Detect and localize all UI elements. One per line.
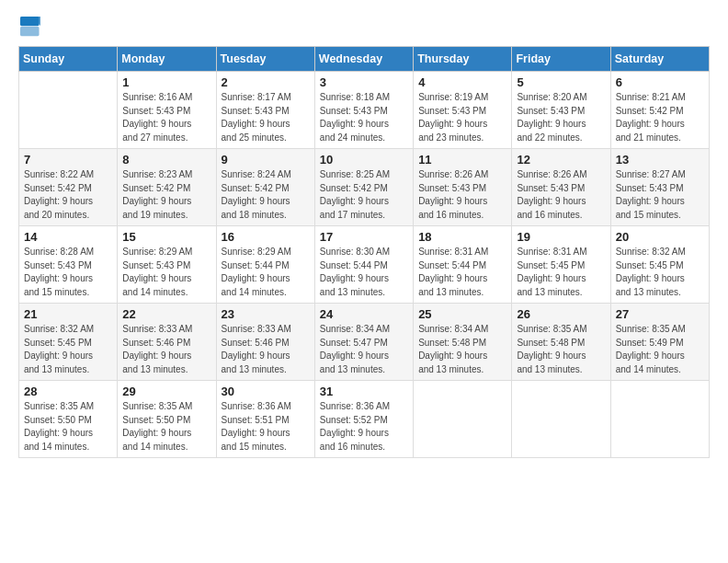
sunrise-text: Sunrise: 8:27 AM: [616, 168, 704, 182]
sunset-text: Sunset: 5:52 PM: [320, 414, 408, 428]
sunrise-text: Sunrise: 8:31 AM: [517, 246, 605, 259]
sunset-text: Sunset: 5:48 PM: [517, 337, 605, 350]
daylight-text: Daylight: 9 hoursand 15 minutes.: [222, 427, 310, 454]
day-cell-w5-d7: [610, 381, 709, 458]
sunset-text: Sunset: 5:44 PM: [320, 259, 408, 273]
day-info: Sunrise: 8:32 AMSunset: 5:45 PMDaylight:…: [616, 246, 704, 299]
sunrise-text: Sunrise: 8:26 AM: [418, 168, 506, 182]
day-info: Sunrise: 8:35 AMSunset: 5:49 PMDaylight:…: [616, 323, 704, 376]
sunrise-text: Sunrise: 8:23 AM: [122, 168, 210, 182]
sunrise-text: Sunrise: 8:21 AM: [616, 91, 704, 105]
sunset-text: Sunset: 5:45 PM: [616, 259, 704, 273]
logo-icon: [20, 17, 40, 37]
daylight-text: Daylight: 9 hoursand 13 minutes.: [418, 272, 506, 299]
day-number: 9: [222, 153, 310, 167]
daylight-text: Daylight: 9 hoursand 15 minutes.: [616, 195, 704, 222]
day-info: Sunrise: 8:36 AMSunset: 5:52 PMDaylight:…: [320, 400, 408, 454]
day-cell-w3-d2: 15Sunrise: 8:29 AMSunset: 5:43 PMDayligh…: [118, 226, 216, 304]
day-info: Sunrise: 8:31 AMSunset: 5:44 PMDaylight:…: [418, 246, 506, 299]
day-info: Sunrise: 8:26 AMSunset: 5:43 PMDaylight:…: [517, 168, 605, 222]
daylight-text: Daylight: 9 hoursand 18 minutes.: [222, 195, 310, 222]
week-row-4: 21Sunrise: 8:32 AMSunset: 5:45 PMDayligh…: [19, 304, 710, 381]
daylight-text: Daylight: 9 hoursand 19 minutes.: [122, 195, 210, 222]
day-number: 25: [418, 307, 506, 321]
day-info: Sunrise: 8:29 AMSunset: 5:44 PMDaylight:…: [222, 246, 310, 299]
header-thursday: Thursday: [414, 47, 512, 72]
day-info: Sunrise: 8:19 AMSunset: 5:43 PMDaylight:…: [418, 91, 506, 144]
sunrise-text: Sunrise: 8:25 AM: [320, 168, 408, 182]
day-cell-w3-d4: 17Sunrise: 8:30 AMSunset: 5:44 PMDayligh…: [314, 226, 413, 304]
sunrise-text: Sunrise: 8:33 AM: [222, 323, 310, 337]
sunrise-text: Sunrise: 8:33 AM: [122, 323, 210, 337]
week-row-2: 7Sunrise: 8:22 AMSunset: 5:42 PMDaylight…: [19, 149, 710, 226]
sunrise-text: Sunrise: 8:29 AM: [122, 246, 210, 259]
day-info: Sunrise: 8:17 AMSunset: 5:43 PMDaylight:…: [222, 91, 310, 144]
daylight-text: Daylight: 9 hoursand 15 minutes.: [24, 272, 112, 299]
sunrise-text: Sunrise: 8:30 AM: [320, 246, 408, 259]
day-cell-w5-d5: [414, 381, 512, 458]
day-number: 27: [616, 307, 704, 321]
day-number: 4: [418, 75, 506, 89]
sunset-text: Sunset: 5:43 PM: [418, 182, 506, 196]
day-info: Sunrise: 8:27 AMSunset: 5:43 PMDaylight:…: [616, 168, 704, 222]
day-number: 13: [616, 153, 704, 167]
day-cell-w1-d5: 4Sunrise: 8:19 AMSunset: 5:43 PMDaylight…: [414, 72, 512, 149]
day-cell-w4-d5: 25Sunrise: 8:34 AMSunset: 5:48 PMDayligh…: [414, 304, 512, 381]
sunrise-text: Sunrise: 8:36 AM: [320, 400, 408, 414]
daylight-text: Daylight: 9 hoursand 13 minutes.: [517, 350, 605, 376]
day-cell-w2-d2: 8Sunrise: 8:23 AMSunset: 5:42 PMDaylight…: [118, 149, 216, 226]
day-cell-w2-d5: 11Sunrise: 8:26 AMSunset: 5:43 PMDayligh…: [414, 149, 512, 226]
sunrise-text: Sunrise: 8:35 AM: [122, 400, 210, 414]
day-info: Sunrise: 8:23 AMSunset: 5:42 PMDaylight:…: [122, 168, 210, 222]
day-number: 22: [122, 307, 210, 321]
sunset-text: Sunset: 5:46 PM: [222, 337, 310, 350]
sunset-text: Sunset: 5:47 PM: [320, 337, 408, 350]
day-info: Sunrise: 8:32 AMSunset: 5:45 PMDaylight:…: [24, 323, 112, 376]
calendar-table: Sunday Monday Tuesday Wednesday Thursday…: [18, 46, 710, 458]
sunrise-text: Sunrise: 8:16 AM: [122, 91, 210, 105]
day-info: Sunrise: 8:16 AMSunset: 5:43 PMDaylight:…: [122, 91, 210, 144]
day-info: Sunrise: 8:33 AMSunset: 5:46 PMDaylight:…: [222, 323, 310, 376]
day-cell-w4-d1: 21Sunrise: 8:32 AMSunset: 5:45 PMDayligh…: [19, 304, 118, 381]
days-header-row: Sunday Monday Tuesday Wednesday Thursday…: [19, 47, 710, 72]
day-info: Sunrise: 8:30 AMSunset: 5:44 PMDaylight:…: [320, 246, 408, 299]
sunset-text: Sunset: 5:48 PM: [418, 337, 506, 350]
day-cell-w4-d2: 22Sunrise: 8:33 AMSunset: 5:46 PMDayligh…: [118, 304, 216, 381]
sunset-text: Sunset: 5:51 PM: [222, 414, 310, 428]
daylight-text: Daylight: 9 hoursand 13 minutes.: [320, 350, 408, 376]
daylight-text: Daylight: 9 hoursand 13 minutes.: [24, 350, 112, 376]
day-cell-w1-d3: 2Sunrise: 8:17 AMSunset: 5:43 PMDaylight…: [216, 72, 314, 149]
day-info: Sunrise: 8:33 AMSunset: 5:46 PMDaylight:…: [122, 323, 210, 376]
day-number: 24: [320, 307, 408, 321]
day-info: Sunrise: 8:35 AMSunset: 5:50 PMDaylight:…: [122, 400, 210, 454]
daylight-text: Daylight: 9 hoursand 14 minutes.: [616, 350, 704, 376]
sunset-text: Sunset: 5:44 PM: [222, 259, 310, 273]
header-tuesday: Tuesday: [216, 47, 314, 72]
sunrise-text: Sunrise: 8:34 AM: [418, 323, 506, 337]
day-info: Sunrise: 8:34 AMSunset: 5:47 PMDaylight:…: [320, 323, 408, 376]
daylight-text: Daylight: 9 hoursand 13 minutes.: [320, 272, 408, 299]
day-cell-w3-d7: 20Sunrise: 8:32 AMSunset: 5:45 PMDayligh…: [610, 226, 709, 304]
header-friday: Friday: [512, 47, 610, 72]
day-cell-w2-d1: 7Sunrise: 8:22 AMSunset: 5:42 PMDaylight…: [19, 149, 118, 226]
daylight-text: Daylight: 9 hoursand 22 minutes.: [517, 118, 605, 144]
sunrise-text: Sunrise: 8:17 AM: [222, 91, 310, 105]
sunset-text: Sunset: 5:43 PM: [122, 259, 210, 273]
day-cell-w3-d1: 14Sunrise: 8:28 AMSunset: 5:43 PMDayligh…: [19, 226, 118, 304]
day-number: 18: [418, 230, 506, 244]
sunrise-text: Sunrise: 8:26 AM: [517, 168, 605, 182]
daylight-text: Daylight: 9 hoursand 14 minutes.: [24, 427, 112, 454]
day-number: 29: [122, 385, 210, 398]
daylight-text: Daylight: 9 hoursand 16 minutes.: [320, 427, 408, 454]
day-cell-w2-d7: 13Sunrise: 8:27 AMSunset: 5:43 PMDayligh…: [610, 149, 709, 226]
sunset-text: Sunset: 5:43 PM: [418, 105, 506, 119]
day-cell-w1-d4: 3Sunrise: 8:18 AMSunset: 5:43 PMDaylight…: [314, 72, 413, 149]
day-cell-w4-d7: 27Sunrise: 8:35 AMSunset: 5:49 PMDayligh…: [610, 304, 709, 381]
header-saturday: Saturday: [610, 47, 709, 72]
sunset-text: Sunset: 5:42 PM: [222, 182, 310, 196]
day-number: 5: [517, 75, 605, 89]
day-cell-w5-d4: 31Sunrise: 8:36 AMSunset: 5:52 PMDayligh…: [314, 381, 413, 458]
logo: [18, 17, 44, 40]
sunrise-text: Sunrise: 8:35 AM: [616, 323, 704, 337]
sunset-text: Sunset: 5:50 PM: [24, 414, 112, 428]
